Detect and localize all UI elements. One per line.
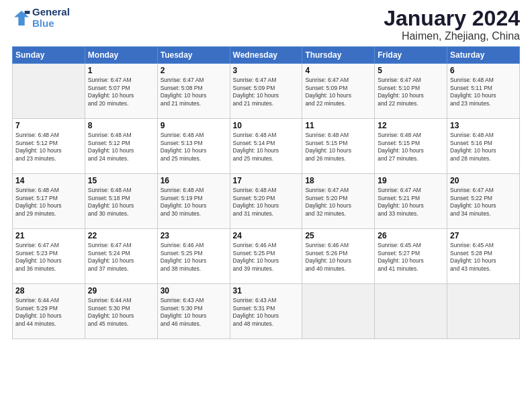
- page-header: General Blue January 2024 Haimen, Zhejia…: [12, 7, 520, 42]
- title-block: January 2024 Haimen, Zhejiang, China: [384, 7, 520, 42]
- day-info: Sunrise: 6:48 AM Sunset: 5:16 PM Dayligh…: [450, 132, 517, 163]
- calendar-cell: 27Sunrise: 6:45 AM Sunset: 5:28 PM Dayli…: [447, 229, 520, 284]
- calendar-cell: 8Sunrise: 6:48 AM Sunset: 5:12 PM Daylig…: [85, 119, 157, 174]
- svg-marker-1: [25, 11, 30, 14]
- calendar-cell: 29Sunrise: 6:44 AM Sunset: 5:30 PM Dayli…: [85, 284, 157, 339]
- day-info: Sunrise: 6:47 AM Sunset: 5:09 PM Dayligh…: [233, 77, 300, 107]
- col-sunday: Sunday: [13, 47, 85, 64]
- calendar-week-row: 14Sunrise: 6:48 AM Sunset: 5:17 PM Dayli…: [13, 174, 520, 229]
- calendar-subtitle: Haimen, Zhejiang, China: [384, 30, 520, 42]
- calendar-cell: 24Sunrise: 6:46 AM Sunset: 5:25 PM Dayli…: [230, 229, 302, 284]
- calendar-header-row: Sunday Monday Tuesday Wednesday Thursday…: [13, 47, 520, 64]
- day-number: 15: [88, 176, 154, 185]
- day-number: 18: [305, 176, 371, 185]
- calendar-cell: 11Sunrise: 6:48 AM Sunset: 5:15 PM Dayli…: [302, 119, 375, 174]
- calendar-week-row: 1Sunrise: 6:47 AM Sunset: 5:07 PM Daylig…: [13, 64, 520, 119]
- col-thursday: Thursday: [302, 47, 375, 64]
- day-info: Sunrise: 6:47 AM Sunset: 5:09 PM Dayligh…: [305, 77, 371, 107]
- calendar-cell: 15Sunrise: 6:48 AM Sunset: 5:18 PM Dayli…: [85, 174, 157, 229]
- calendar-cell: 20Sunrise: 6:47 AM Sunset: 5:22 PM Dayli…: [447, 174, 520, 229]
- day-info: Sunrise: 6:48 AM Sunset: 5:19 PM Dayligh…: [161, 187, 227, 218]
- day-info: Sunrise: 6:48 AM Sunset: 5:12 PM Dayligh…: [88, 132, 154, 163]
- day-number: 14: [15, 176, 82, 185]
- day-number: 4: [305, 66, 371, 75]
- calendar-cell: 10Sunrise: 6:48 AM Sunset: 5:14 PM Dayli…: [230, 119, 302, 174]
- day-number: 5: [378, 66, 444, 75]
- day-number: 2: [161, 66, 227, 75]
- day-info: Sunrise: 6:48 AM Sunset: 5:12 PM Dayligh…: [15, 132, 82, 163]
- calendar-cell: 18Sunrise: 6:47 AM Sunset: 5:20 PM Dayli…: [302, 174, 375, 229]
- calendar-cell: 14Sunrise: 6:48 AM Sunset: 5:17 PM Dayli…: [13, 174, 85, 229]
- day-number: 24: [233, 231, 300, 240]
- day-info: Sunrise: 6:47 AM Sunset: 5:23 PM Dayligh…: [15, 242, 82, 273]
- calendar-table: Sunday Monday Tuesday Wednesday Thursday…: [12, 46, 520, 339]
- day-info: Sunrise: 6:48 AM Sunset: 5:11 PM Dayligh…: [450, 77, 517, 107]
- calendar-cell: 25Sunrise: 6:46 AM Sunset: 5:26 PM Dayli…: [302, 229, 375, 284]
- day-info: Sunrise: 6:48 AM Sunset: 5:14 PM Dayligh…: [233, 132, 300, 163]
- calendar-cell: 31Sunrise: 6:43 AM Sunset: 5:31 PM Dayli…: [230, 284, 302, 339]
- calendar-cell: 30Sunrise: 6:43 AM Sunset: 5:30 PM Dayli…: [157, 284, 230, 339]
- logo-text: General Blue: [32, 7, 70, 29]
- calendar-week-row: 7Sunrise: 6:48 AM Sunset: 5:12 PM Daylig…: [13, 119, 520, 174]
- calendar-cell: [375, 284, 447, 339]
- day-number: 7: [15, 121, 82, 130]
- calendar-week-row: 21Sunrise: 6:47 AM Sunset: 5:23 PM Dayli…: [13, 229, 520, 284]
- calendar-cell: [13, 64, 85, 119]
- calendar-cell: [302, 284, 375, 339]
- day-number: 28: [15, 286, 82, 295]
- calendar-cell: 3Sunrise: 6:47 AM Sunset: 5:09 PM Daylig…: [230, 64, 302, 119]
- calendar-cell: 12Sunrise: 6:48 AM Sunset: 5:15 PM Dayli…: [375, 119, 447, 174]
- day-info: Sunrise: 6:48 AM Sunset: 5:15 PM Dayligh…: [378, 132, 444, 163]
- day-info: Sunrise: 6:47 AM Sunset: 5:20 PM Dayligh…: [305, 187, 371, 218]
- calendar-cell: 21Sunrise: 6:47 AM Sunset: 5:23 PM Dayli…: [13, 229, 85, 284]
- day-number: 25: [305, 231, 371, 240]
- day-info: Sunrise: 6:48 AM Sunset: 5:13 PM Dayligh…: [161, 132, 227, 163]
- col-friday: Friday: [375, 47, 447, 64]
- day-number: 8: [88, 121, 154, 130]
- day-info: Sunrise: 6:46 AM Sunset: 5:25 PM Dayligh…: [161, 242, 227, 273]
- day-number: 6: [450, 66, 517, 75]
- calendar-cell: 1Sunrise: 6:47 AM Sunset: 5:07 PM Daylig…: [85, 64, 157, 119]
- day-info: Sunrise: 6:45 AM Sunset: 5:27 PM Dayligh…: [378, 242, 444, 273]
- day-number: 16: [161, 176, 227, 185]
- calendar-cell: 13Sunrise: 6:48 AM Sunset: 5:16 PM Dayli…: [447, 119, 520, 174]
- day-number: 17: [233, 176, 300, 185]
- day-info: Sunrise: 6:48 AM Sunset: 5:17 PM Dayligh…: [15, 187, 82, 218]
- calendar-cell: 9Sunrise: 6:48 AM Sunset: 5:13 PM Daylig…: [157, 119, 230, 174]
- calendar-cell: 17Sunrise: 6:48 AM Sunset: 5:20 PM Dayli…: [230, 174, 302, 229]
- day-number: 23: [161, 231, 227, 240]
- col-tuesday: Tuesday: [157, 47, 230, 64]
- col-monday: Monday: [85, 47, 157, 64]
- col-saturday: Saturday: [447, 47, 520, 64]
- day-number: 12: [378, 121, 444, 130]
- calendar-cell: 4Sunrise: 6:47 AM Sunset: 5:09 PM Daylig…: [302, 64, 375, 119]
- day-number: 20: [450, 176, 517, 185]
- day-number: 29: [88, 286, 154, 295]
- day-number: 22: [88, 231, 154, 240]
- calendar-cell: 7Sunrise: 6:48 AM Sunset: 5:12 PM Daylig…: [13, 119, 85, 174]
- calendar-cell: [447, 284, 520, 339]
- calendar-title: January 2024: [384, 7, 520, 30]
- day-number: 11: [305, 121, 371, 130]
- day-info: Sunrise: 6:47 AM Sunset: 5:22 PM Dayligh…: [450, 187, 517, 218]
- day-number: 30: [161, 286, 227, 295]
- calendar-cell: 26Sunrise: 6:45 AM Sunset: 5:27 PM Dayli…: [375, 229, 447, 284]
- day-info: Sunrise: 6:48 AM Sunset: 5:18 PM Dayligh…: [88, 187, 154, 218]
- day-info: Sunrise: 6:44 AM Sunset: 5:29 PM Dayligh…: [15, 297, 82, 328]
- day-number: 31: [233, 286, 300, 295]
- day-info: Sunrise: 6:43 AM Sunset: 5:30 PM Dayligh…: [161, 297, 227, 328]
- calendar-cell: 16Sunrise: 6:48 AM Sunset: 5:19 PM Dayli…: [157, 174, 230, 229]
- day-info: Sunrise: 6:47 AM Sunset: 5:21 PM Dayligh…: [378, 187, 444, 218]
- day-number: 27: [450, 231, 517, 240]
- calendar-cell: 2Sunrise: 6:47 AM Sunset: 5:08 PM Daylig…: [157, 64, 230, 119]
- col-wednesday: Wednesday: [230, 47, 302, 64]
- day-number: 26: [378, 231, 444, 240]
- day-number: 1: [88, 66, 154, 75]
- day-info: Sunrise: 6:47 AM Sunset: 5:24 PM Dayligh…: [88, 242, 154, 273]
- calendar-cell: 6Sunrise: 6:48 AM Sunset: 5:11 PM Daylig…: [447, 64, 520, 119]
- day-info: Sunrise: 6:47 AM Sunset: 5:07 PM Dayligh…: [88, 77, 154, 107]
- day-info: Sunrise: 6:47 AM Sunset: 5:08 PM Dayligh…: [161, 77, 227, 107]
- day-info: Sunrise: 6:43 AM Sunset: 5:31 PM Dayligh…: [233, 297, 300, 328]
- day-info: Sunrise: 6:46 AM Sunset: 5:26 PM Dayligh…: [305, 242, 371, 273]
- logo-icon: [12, 9, 31, 28]
